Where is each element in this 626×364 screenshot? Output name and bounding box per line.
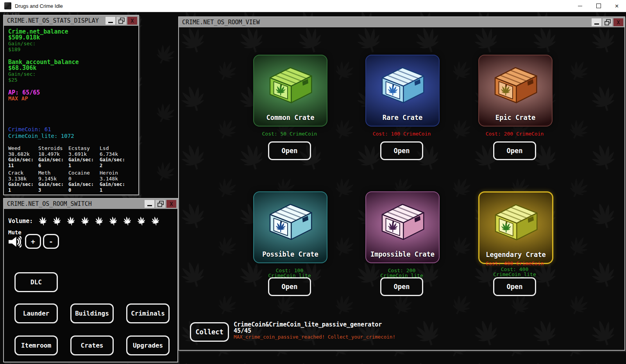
crate-cost: Cost: 200 CrimeCoin_lite (365, 268, 438, 278)
upgrades-button[interactable]: Upgrades (126, 335, 170, 355)
crate-cost: Cost: 50 CrimeCoin (253, 131, 326, 136)
drug-gain-value: 6 (38, 163, 68, 169)
drug-value: 6.734k (100, 151, 132, 157)
crate-cost: Cost: 100 CrimeCoin (365, 131, 438, 136)
crates-button[interactable]: Crates (70, 335, 114, 355)
dlc-button[interactable]: DLC (14, 272, 58, 292)
epic-crate-tile: Epic Crate (478, 55, 553, 127)
room-view-window: CRIME.NET_OS_ROOM_VIEW X Common Crate Co… (178, 16, 625, 351)
open-common-crate-button[interactable]: Open (268, 141, 311, 160)
gain-per-sec-value: $25 (8, 77, 79, 83)
os-titlebar[interactable]: Drugs and Crime Idle × (0, 0, 626, 12)
rare-crate-tile: Rare Crate (365, 55, 440, 127)
drug-gain-label: Gain/sec: (68, 157, 100, 163)
close-icon: × (615, 3, 619, 9)
cannabis-leaf-icon (64, 214, 78, 228)
ap-value: AP: 65/65 (8, 90, 40, 96)
speaker-mute-icon[interactable] (7, 235, 21, 249)
legendary-crate-image (488, 196, 544, 243)
crate-name: Possible Crate (254, 250, 327, 258)
drug-name: Heroin (100, 170, 132, 176)
minimize-icon (578, 6, 582, 6)
open-impossible-crate-button[interactable]: Open (380, 277, 423, 296)
max-ap-label: MAX AP (8, 96, 40, 102)
drug-value: 3.691k (68, 151, 100, 157)
volume-level-indicator (37, 214, 161, 227)
cannabis-leaf-icon (134, 214, 148, 228)
room-switch-window-titlebar[interactable]: CRIME.NET_OS_ROOM_SWITCH X (4, 199, 177, 210)
window-minimize-button[interactable] (106, 17, 115, 25)
impossible-crate-image (375, 196, 430, 242)
crate-cost: Cost: 100 CrimeCoin_lite (253, 268, 326, 278)
cannabis-leaf-icon (92, 214, 106, 228)
drug-stat-crack: Crack 3.138k Gain/sec: 1 (8, 170, 38, 193)
itemroom-button[interactable]: Itemroom (14, 335, 58, 355)
cannabis-leaf-icon (36, 214, 50, 228)
drug-gain-value: 3 (38, 187, 68, 193)
drug-value: 9.145k (38, 176, 68, 182)
crate-cost: Cost: 200 CrimeCoin (478, 131, 551, 136)
room-view-window-titlebar[interactable]: CRIME.NET_OS_ROOM_VIEW X (179, 17, 624, 28)
open-epic-crate-button[interactable]: Open (493, 141, 536, 160)
passive-generator-warning: MAX_crime_coin_passive_reached! Collect_… (234, 334, 395, 340)
cannabis-leaf-icon (148, 214, 162, 228)
window-restore-button[interactable] (603, 18, 612, 26)
possible-crate-image (263, 196, 318, 242)
room-switch-window-body: Volume: Mute + - DLC Launder Buildings C… (4, 210, 177, 362)
common-crate-tile: Common Crate (253, 55, 327, 127)
window-restore-button[interactable] (156, 200, 165, 208)
stats-window-body: Crime.net_balance $509.018k Gain/sec: $1… (4, 27, 138, 194)
cannabis-leaf-icon (78, 214, 92, 228)
crimecoin-value: CrimeCoin: 61 (8, 126, 74, 133)
restore-icon (604, 18, 612, 26)
drug-gain-value: 1 (68, 163, 100, 169)
drug-name: Crack (8, 170, 38, 176)
drug-name: Lsd (100, 145, 132, 151)
maximize-icon (596, 4, 601, 8)
app-title: Drugs and Crime Idle (15, 3, 63, 9)
drug-gain-label: Gain/sec: (68, 182, 100, 187)
legendary-crate-tile: Legendary Crate (478, 191, 553, 264)
drug-gain-label: Gain/sec: (38, 182, 68, 187)
drug-value: 3.148k (100, 176, 132, 182)
stats-window-titlebar[interactable]: CRIME.NET_OS_STATS_DISPLAY X (4, 16, 138, 27)
window-restore-button[interactable] (116, 17, 126, 25)
crate-name: Legendary Crate (479, 251, 552, 259)
collect-button[interactable]: Collect (190, 322, 229, 342)
common-crate-image (263, 59, 318, 105)
restore-icon (118, 17, 125, 25)
maximize-button[interactable] (589, 0, 608, 12)
volume-down-button[interactable]: - (43, 234, 59, 249)
crime-net-balance-value: $509.018k (8, 35, 68, 41)
window-close-button[interactable]: X (166, 200, 176, 208)
launder-button[interactable]: Launder (14, 303, 58, 323)
minimize-button[interactable] (571, 0, 589, 12)
open-rare-crate-button[interactable]: Open (380, 141, 423, 160)
buildings-button[interactable]: Buildings (70, 303, 114, 323)
drug-value: 3.138k (8, 176, 38, 182)
crate-name: Impossible Crate (366, 250, 439, 258)
criminals-button[interactable]: Criminals (126, 303, 170, 323)
volume-up-button[interactable]: + (25, 234, 41, 249)
gain-per-sec-label: Gain/sec: (8, 41, 68, 46)
bank-balance-block: Bank_account_balance $68.306k Gain/sec: … (8, 59, 79, 83)
epic-crate-image (488, 59, 543, 105)
drug-value: 0 (68, 176, 100, 182)
drug-value: 38.682k (8, 151, 38, 157)
drug-stat-heroin: Heroin 3.148k Gain/sec: 1 (100, 170, 132, 193)
window-minimize-button[interactable] (592, 18, 601, 26)
drug-gain-value: 1 (8, 187, 38, 193)
crate-name: Rare Crate (366, 114, 439, 121)
window-minimize-button[interactable] (145, 200, 154, 208)
drug-value: 18.497k (38, 151, 68, 157)
close-button[interactable]: × (608, 0, 626, 12)
drug-stat-cocaine: Cocaine 0 Gain/sec: 0 (68, 170, 100, 193)
window-close-button[interactable]: X (613, 18, 623, 26)
app-icon (4, 2, 11, 9)
open-possible-crate-button[interactable]: Open (268, 277, 311, 296)
open-legendary-crate-button[interactable]: Open (493, 277, 536, 296)
close-icon: X (617, 19, 620, 25)
drug-gain-value: 1 (100, 187, 132, 193)
gain-per-sec-label: Gain/sec: (8, 71, 79, 77)
window-close-button[interactable]: X (127, 17, 137, 25)
